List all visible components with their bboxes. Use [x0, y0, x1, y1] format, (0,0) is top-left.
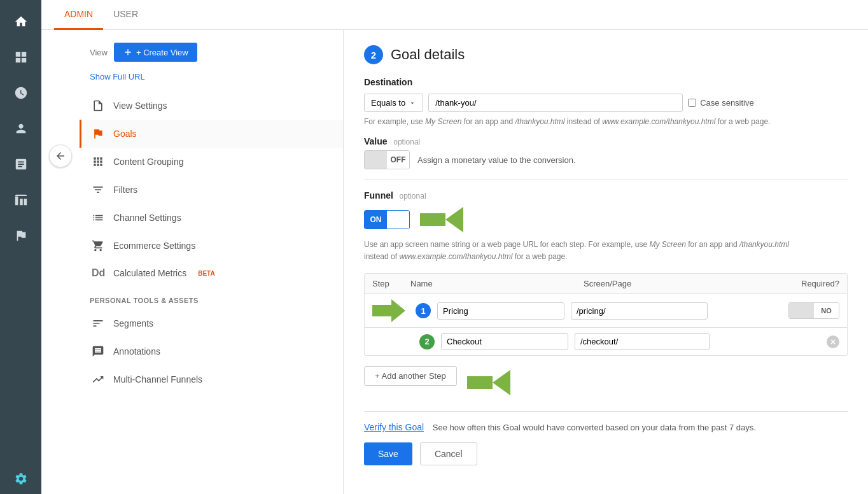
sidebar-item-content-grouping-label: Content Grouping [113, 157, 184, 167]
step1-screen-input[interactable] [571, 302, 708, 320]
funnel-table: Step Name Screen/Page Required? 1 [364, 273, 848, 356]
funnel-arrow-indicator [420, 207, 463, 232]
sidebar-icon-dashboard[interactable] [6, 42, 36, 73]
content-area: View + Create View Show Full URL View Se… [41, 30, 868, 494]
back-col [41, 30, 80, 494]
sidebar-item-goals-label: Goals [113, 129, 137, 139]
destination-hint: For example, use My Screen for an app an… [364, 117, 848, 126]
sidebar-item-view-settings[interactable]: View Settings [80, 92, 343, 120]
sidebar-item-content-grouping[interactable]: Content Grouping [80, 148, 343, 176]
destination-input[interactable] [428, 94, 683, 112]
verify-row: Verify this Goal See how often this Goal… [364, 422, 848, 432]
right-panel: 2 Goal details Destination Equals to Cas… [344, 30, 868, 494]
case-sensitive-label: Case sensitive [700, 98, 754, 108]
value-toggle-off[interactable]: OFF [364, 150, 410, 169]
col-header-screen: Screen/Page [584, 279, 757, 288]
case-sensitive-row: Case sensitive [688, 98, 754, 108]
create-view-button[interactable]: + Create View [114, 43, 197, 62]
view-section: View + Create View [80, 43, 343, 72]
sidebar-icon-clock[interactable] [6, 78, 36, 108]
sidebar-item-ecommerce-settings-label: Ecommerce Settings [113, 241, 195, 251]
col-header-name: Name [410, 279, 584, 288]
funnel-toggle-on[interactable]: ON [364, 210, 410, 229]
step-number-badge: 2 [364, 45, 383, 64]
sidebar-icon-gear[interactable] [6, 463, 36, 494]
verify-desc: See how often this Goal would have conve… [433, 423, 756, 432]
destination-label: Destination [364, 77, 848, 87]
funnel-label: Funnel [364, 190, 393, 201]
value-label: Value [364, 136, 388, 146]
col-header-required: Required? [757, 279, 839, 288]
sidebar-item-multi-channel[interactable]: Multi-Channel Funnels [80, 365, 343, 393]
back-button[interactable] [49, 145, 72, 167]
destination-row: Equals to Case sensitive [364, 94, 848, 112]
sidebar-icon-home[interactable] [6, 6, 36, 37]
top-nav: ADMIN USER [41, 0, 868, 30]
funnel-optional: optional [400, 192, 426, 201]
sidebar-item-multi-channel-label: Multi-Channel Funnels [113, 374, 202, 385]
icon-sidebar [0, 0, 41, 494]
sidebar-icon-person[interactable] [6, 113, 36, 144]
beta-badge: BETA [198, 270, 214, 277]
sidebar-item-calculated-metrics[interactable]: Dd Calculated Metrics BETA [80, 260, 343, 286]
case-sensitive-checkbox[interactable] [688, 99, 696, 107]
value-toggle-container: OFF Assign a monetary value to the conve… [364, 150, 848, 169]
sidebar-item-channel-settings[interactable]: Channel Settings [80, 204, 343, 232]
sidebar-item-segments[interactable]: Segments [80, 309, 343, 337]
goal-title: Goal details [391, 46, 465, 63]
funnel-table-header: Step Name Screen/Page Required? [365, 274, 847, 294]
tab-admin[interactable]: ADMIN [54, 0, 103, 30]
sidebar-item-filters-label: Filters [113, 185, 137, 195]
step2-screen-input[interactable] [575, 333, 710, 350]
sidebar-icon-table[interactable] [6, 185, 36, 215]
step1-name-input[interactable] [437, 302, 564, 320]
value-optional: optional [393, 138, 420, 146]
verify-link[interactable]: Verify this Goal [364, 422, 424, 432]
step2-name-input[interactable] [441, 333, 568, 350]
funnel-step-2-row: 2 × [365, 328, 847, 355]
sidebar-item-filters[interactable]: Filters [80, 176, 343, 204]
cancel-button[interactable]: Cancel [420, 442, 477, 465]
step1-badge: 1 [416, 303, 431, 318]
sidebar-item-view-settings-label: View Settings [113, 101, 167, 111]
sidebar-item-annotations-label: Annotations [113, 346, 160, 356]
main-container: ADMIN USER View + Create View [41, 0, 868, 494]
sidebar-item-ecommerce-settings[interactable]: Ecommerce Settings [80, 232, 343, 260]
goal-header: 2 Goal details [364, 45, 848, 64]
sidebar-icon-conversion[interactable] [6, 149, 36, 180]
equals-to-button[interactable]: Equals to [364, 94, 423, 112]
step2-remove-button[interactable]: × [827, 335, 839, 348]
col-header-step: Step [372, 279, 410, 288]
left-panel: View + Create View Show Full URL View Se… [41, 30, 344, 494]
view-label: View [90, 48, 108, 57]
assign-text: Assign a monetary value to the conversio… [417, 155, 576, 165]
funnel-step-1-row: 1 NO [365, 294, 847, 328]
step1-required-toggle[interactable]: NO [788, 302, 839, 319]
tab-user[interactable]: USER [103, 0, 148, 30]
nav-menu: View + Create View Show Full URL View Se… [80, 30, 343, 494]
add-step-arrow [467, 370, 510, 395]
action-row: Save Cancel [364, 442, 848, 465]
show-full-url[interactable]: Show Full URL [80, 72, 343, 92]
step1-arrow [372, 299, 405, 322]
funnel-hint: Use an app screen name string or a web p… [364, 239, 848, 263]
sidebar-icon-flag[interactable] [6, 220, 36, 251]
personal-tools-header: PERSONAL TOOLS & ASSETS [80, 286, 343, 309]
add-step-button[interactable]: + Add another Step [364, 366, 457, 386]
sidebar-item-annotations[interactable]: Annotations [80, 337, 343, 365]
sidebar-item-goals[interactable]: Goals [80, 120, 343, 148]
sidebar-item-segments-label: Segments [113, 318, 153, 328]
sidebar-item-calculated-metrics-label: Calculated Metrics [113, 268, 186, 278]
sidebar-item-channel-settings-label: Channel Settings [113, 213, 181, 223]
funnel-toggle-row: ON [364, 207, 848, 232]
step2-badge: 2 [419, 334, 435, 349]
save-button[interactable]: Save [364, 442, 412, 465]
